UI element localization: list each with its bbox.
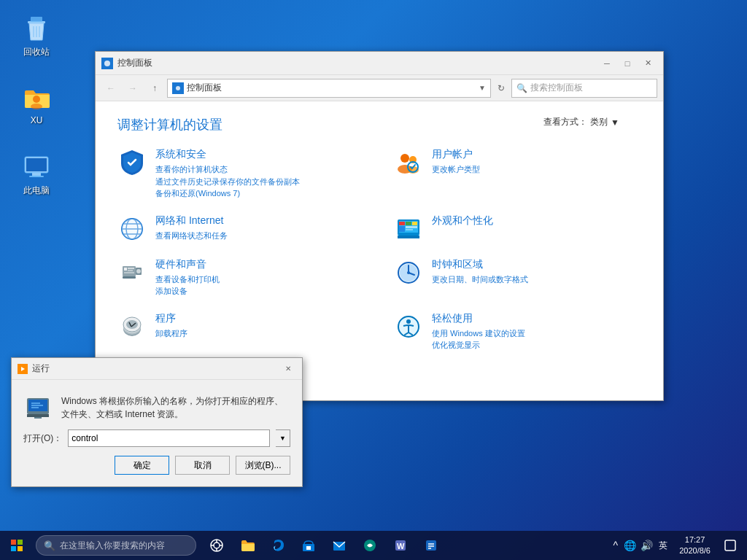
tray-volume-icon[interactable]: 🔊	[639, 540, 654, 551]
my-computer-label: 此电脑	[23, 184, 50, 197]
taskbar-search-text: 在这里输入你要搜索的内容	[60, 540, 165, 552]
svg-rect-69	[11, 540, 16, 545]
svg-rect-28	[398, 236, 419, 238]
window-title-text: 控制面板	[117, 57, 597, 69]
view-mode-arrow: ▼	[611, 117, 619, 128]
up-button[interactable]: ↑	[145, 79, 164, 98]
user-accounts-desc: 更改帐户类型	[432, 163, 480, 176]
run-input-field[interactable]	[68, 429, 270, 447]
taskbar-app3[interactable]	[417, 531, 446, 560]
system-security-title[interactable]: 系统和安全	[155, 148, 300, 161]
search-bar[interactable]: 🔍 搜索控制面板	[511, 79, 657, 98]
tray-up-arrow[interactable]: ^	[612, 540, 620, 551]
address-bar-text: 控制面板	[187, 82, 476, 94]
hardware-title[interactable]: 硬件和声音	[155, 258, 220, 271]
search-icon: 🔍	[516, 83, 527, 93]
run-title-text: 运行	[32, 362, 280, 375]
user-accounts-title[interactable]: 用户帐户	[432, 148, 480, 161]
taskbar-task-view[interactable]	[202, 531, 231, 560]
hardware-content: 硬件和声音 查看设备和打印机 添加设备	[155, 258, 220, 298]
cp-item-appearance[interactable]: 外观和个性化	[394, 214, 641, 244]
forward-button[interactable]: →	[123, 79, 142, 98]
run-close-button[interactable]: ✕	[280, 362, 296, 376]
hardware-link-1[interactable]: 查看设备和打印机	[155, 273, 220, 286]
clock-time: 17:27	[685, 534, 705, 545]
system-security-link-1[interactable]: 查看你的计算机状态	[155, 163, 300, 176]
svg-point-15	[400, 154, 409, 163]
start-button[interactable]	[0, 531, 33, 560]
recycle-bin-icon[interactable]: 回收站	[11, 11, 62, 61]
svg-rect-72	[18, 546, 23, 551]
appearance-title[interactable]: 外观和个性化	[432, 214, 493, 228]
clock-link-1[interactable]: 更改日期、时间或数字格式	[432, 273, 528, 286]
cp-item-hardware[interactable]: 硬件和声音 查看设备和打印机 添加设备	[117, 258, 365, 298]
notification-button[interactable]	[719, 531, 741, 560]
taskbar-mail[interactable]	[325, 531, 354, 560]
run-cancel-button[interactable]: 取消	[175, 456, 230, 475]
window-controls: ─ □ ✕	[597, 56, 657, 71]
ease-link-1[interactable]: 使用 Windows 建议的设置	[432, 327, 525, 340]
ease-link-2[interactable]: 优化视觉显示	[432, 339, 525, 351]
taskbar-app2[interactable]: W	[386, 531, 415, 560]
run-ok-button[interactable]: 确定	[115, 456, 169, 475]
programs-title[interactable]: 程序	[155, 312, 187, 325]
svg-rect-70	[18, 540, 23, 545]
cp-title-icon	[101, 58, 113, 69]
svg-rect-9	[32, 173, 41, 176]
network-link-1[interactable]: 查看网络状态和任务	[155, 230, 228, 242]
programs-desc: 卸载程序	[155, 327, 187, 340]
maximize-button[interactable]: □	[618, 56, 637, 71]
user-accounts-link-1[interactable]: 更改帐户类型	[432, 163, 480, 176]
cp-item-programs[interactable]: 程序 卸载程序	[117, 312, 365, 351]
svg-point-47	[407, 271, 410, 274]
clock-title[interactable]: 时钟和区域	[432, 258, 528, 271]
refresh-button[interactable]: ↻	[494, 81, 508, 96]
cp-item-user[interactable]: 用户帐户 更改帐户类型	[394, 148, 641, 200]
address-dropdown-icon[interactable]: ▼	[479, 84, 486, 92]
run-input-dropdown[interactable]: ▼	[276, 429, 290, 447]
cp-items-grid: 系统和安全 查看你的计算机状态 通过文件历史记录保存你的文件备份副本 备份和还原…	[117, 148, 641, 351]
svg-rect-41	[123, 276, 136, 279]
tray-network-icon[interactable]: 🌐	[622, 540, 638, 551]
taskbar-store[interactable]	[294, 531, 323, 560]
system-security-link-3[interactable]: 备份和还原(Windows 7)	[155, 187, 300, 200]
my-computer-icon[interactable]: 此电脑	[11, 149, 62, 200]
programs-link-1[interactable]: 卸载程序	[155, 327, 187, 340]
cp-item-ease[interactable]: 轻松使用 使用 Windows 建议的设置 优化视觉显示	[394, 312, 641, 351]
run-input-row: 打开(O)： ▼	[23, 429, 290, 447]
cp-item-system[interactable]: 系统和安全 查看你的计算机状态 通过文件历史记录保存你的文件备份副本 备份和还原…	[117, 148, 365, 200]
svg-rect-37	[124, 268, 127, 271]
svg-rect-38	[128, 268, 134, 269]
user-folder-label: XU	[31, 115, 43, 125]
svg-rect-29	[399, 222, 405, 225]
tray-lang-icon[interactable]: 英	[656, 540, 670, 552]
system-security-link-2[interactable]: 通过文件历史记录保存你的文件备份副本	[155, 176, 300, 188]
user-folder-icon[interactable]: XU	[11, 80, 62, 128]
taskbar-file-explorer[interactable]	[233, 531, 262, 560]
cp-item-clock[interactable]: 时钟和区域 更改日期、时间或数字格式	[394, 258, 641, 298]
clock-desc: 更改日期、时间或数字格式	[432, 273, 528, 286]
clock-icon	[394, 258, 423, 287]
appearance-icon	[394, 214, 423, 244]
run-dialog: 运行 ✕ Windows 将根据你所输入的名称，为你打开相应的程序、文件夹、文档…	[11, 357, 303, 487]
svg-rect-10	[29, 176, 44, 177]
network-title[interactable]: 网络和 Internet	[155, 214, 228, 228]
address-bar[interactable]: 控制面板 ▼	[167, 79, 491, 98]
taskbar-right: ^ 🌐 🔊 英 17:27 2020/8/6	[612, 531, 747, 560]
run-browse-button[interactable]: 浏览(B)...	[236, 456, 290, 475]
run-dialog-icon	[23, 392, 53, 421]
close-button[interactable]: ✕	[638, 56, 657, 71]
minimize-button[interactable]: ─	[597, 56, 616, 71]
user-accounts-icon	[394, 148, 423, 177]
taskbar-edge[interactable]	[263, 531, 293, 560]
taskbar-app1[interactable]	[355, 531, 384, 560]
cp-item-network[interactable]: 网络和 Internet 查看网络状态和任务	[117, 214, 365, 244]
back-button[interactable]: ←	[101, 79, 120, 98]
run-open-label: 打开(O)：	[23, 432, 62, 445]
ease-title[interactable]: 轻松使用	[432, 312, 525, 325]
hardware-link-2[interactable]: 添加设备	[155, 285, 220, 298]
view-mode-selector[interactable]: 查看方式： 类别 ▼	[543, 116, 619, 128]
clock-area[interactable]: 17:27 2020/8/6	[673, 534, 716, 557]
ease-content: 轻松使用 使用 Windows 建议的设置 优化视觉显示	[432, 312, 525, 351]
taskbar-search[interactable]: 🔍 在这里输入你要搜索的内容	[36, 535, 196, 556]
